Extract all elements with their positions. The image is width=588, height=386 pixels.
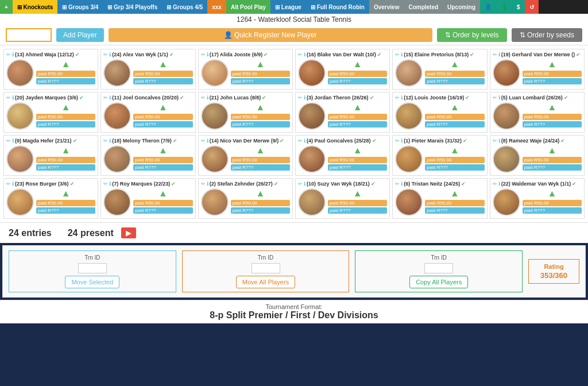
info-icon[interactable]: ℹ (109, 181, 111, 187)
edit-icon[interactable]: ✏ (6, 52, 11, 57)
check-icon: ✔ (370, 95, 374, 101)
edit-icon[interactable]: ✏ (395, 52, 400, 57)
top-navigation: + ⊞ Knockouts ⊞ Groups 3/4 ⊞ Grp 3/4 Pla… (0, 0, 588, 14)
edit-icon[interactable]: ✏ (6, 95, 11, 101)
payment2: paid R??? (523, 164, 582, 171)
presence-icon: ▲ (328, 145, 387, 156)
info-icon[interactable]: ℹ (207, 52, 208, 57)
nav-refresh-btn[interactable]: ↺ (525, 0, 539, 14)
info-icon[interactable]: ℹ (109, 138, 111, 144)
nav-add-btn[interactable]: + (0, 0, 13, 14)
nav-grp34playoffs-btn[interactable]: ⊞ Grp 3/4 Playoffs (103, 0, 162, 14)
format-label: Tournament Format: (3, 303, 585, 310)
nav-league-btn[interactable]: ⊞ League (270, 0, 306, 14)
action-bar: Add Player 👤 Quick Register New Player ⇅… (0, 25, 588, 45)
edit-icon[interactable]: ✏ (201, 138, 206, 144)
info-icon[interactable]: ℹ (498, 181, 500, 187)
edit-icon[interactable]: ✏ (6, 181, 11, 187)
edit-icon[interactable]: ✏ (298, 138, 303, 144)
nav-completed-btn[interactable]: Completed (404, 0, 443, 14)
info-icon[interactable]: ℹ (304, 52, 305, 57)
payment1: paid R50.00 (231, 71, 290, 77)
info-icon[interactable]: ℹ (207, 138, 208, 144)
player-name: (1) Pieter Marais (31/32) (404, 138, 462, 144)
edit-icon[interactable]: ✏ (395, 95, 400, 101)
order-by-levels-button[interactable]: ⇅ Order by levels (437, 28, 507, 42)
nav-altpool-btn[interactable]: Alt Pool Play (226, 0, 270, 14)
add-player-input[interactable] (6, 28, 52, 42)
player-name: (7) Roy Marques (22/23) (112, 181, 170, 187)
nav-money-btn[interactable]: 💲 (496, 0, 512, 14)
edit-icon[interactable]: ✏ (103, 95, 108, 101)
edit-icon[interactable]: ✏ (493, 138, 497, 144)
info-icon[interactable]: ℹ (12, 52, 14, 57)
info-icon[interactable]: ℹ (109, 95, 111, 101)
presence-icon: ▲ (133, 188, 192, 199)
edit-icon[interactable]: ✏ (298, 95, 303, 101)
edit-icon[interactable]: ✏ (395, 181, 400, 187)
quick-register-button[interactable]: 👤 Quick Register New Player (109, 28, 432, 42)
info-icon[interactable]: ℹ (498, 52, 500, 57)
nav-upcoming-btn[interactable]: Upcoming (443, 0, 480, 14)
info-icon[interactable]: ℹ (207, 181, 208, 187)
player-name: (2) Stefan Zehnder (26/27) (210, 181, 273, 187)
nav-xxx-btn[interactable]: xxx (207, 0, 226, 14)
add-player-button[interactable]: Add Player (56, 28, 104, 42)
info-icon[interactable]: ℹ (401, 138, 403, 144)
edit-icon[interactable]: ✏ (493, 95, 497, 101)
payment1: paid R50.00 (523, 157, 582, 163)
nav-overview-btn[interactable]: Overview (369, 0, 404, 14)
payment2: paid R??? (133, 121, 192, 128)
edit-icon[interactable]: ✏ (395, 138, 400, 144)
edit-icon[interactable]: ✏ (201, 95, 206, 101)
info-icon[interactable]: ℹ (304, 95, 305, 101)
nav-knockouts-btn[interactable]: ⊞ Knockouts (13, 0, 57, 14)
nav-people-btn[interactable]: 👤 (480, 0, 496, 14)
edit-icon[interactable]: ✏ (103, 52, 108, 57)
info-icon[interactable]: ℹ (401, 52, 403, 57)
presence-icon: ▲ (133, 145, 192, 156)
check-icon: ✔ (171, 181, 176, 187)
nav-groups45-btn[interactable]: ⊞ Groups 4/5 (162, 0, 207, 14)
payment2: paid R??? (231, 207, 290, 214)
edit-icon[interactable]: ✏ (493, 52, 497, 57)
info-icon[interactable]: ℹ (498, 95, 500, 101)
info-icon[interactable]: ℹ (304, 138, 305, 144)
edit-icon[interactable]: ✏ (201, 181, 206, 187)
info-icon[interactable]: ℹ (304, 181, 305, 187)
trn-id-input-3[interactable] (424, 263, 453, 273)
info-icon[interactable]: ℹ (12, 181, 14, 187)
edit-icon[interactable]: ✏ (103, 181, 108, 187)
info-icon[interactable]: ℹ (207, 95, 208, 101)
presence-icon: ▲ (425, 59, 484, 70)
info-icon[interactable]: ℹ (498, 138, 500, 144)
info-icon[interactable]: ℹ (401, 181, 403, 187)
info-icon[interactable]: ℹ (401, 95, 403, 101)
payment2: paid R??? (36, 164, 95, 171)
trn-id-label-2: Trn ID (258, 254, 273, 261)
presence-icon: ▲ (523, 145, 582, 156)
trn-id-input-1[interactable] (78, 263, 107, 273)
nav-fullround-btn[interactable]: ⊞ Full Round Robin (306, 0, 369, 14)
present-button[interactable]: ▶ (121, 227, 136, 238)
copy-all-button[interactable]: Copy All Players (409, 276, 468, 288)
order-by-seeds-button[interactable]: ⇅ Order by seeds (512, 28, 582, 42)
edit-icon[interactable]: ✏ (6, 138, 11, 144)
edit-icon[interactable]: ✏ (201, 52, 206, 57)
edit-icon[interactable]: ✏ (493, 181, 497, 187)
nav-dollar-btn[interactable]: $ (512, 0, 525, 14)
edit-icon[interactable]: ✏ (298, 52, 303, 57)
edit-icon[interactable]: ✏ (298, 181, 303, 187)
payment1: paid R50.00 (36, 157, 95, 163)
stats-area: 24 entries24 present▶ (0, 222, 588, 243)
nav-groups34-btn[interactable]: ⊞ Groups 3/4 (57, 0, 103, 14)
edit-icon[interactable]: ✏ (103, 138, 108, 144)
info-icon[interactable]: ℹ (12, 138, 14, 144)
player-avatar (298, 102, 326, 130)
move-selected-button[interactable]: Move Selected (65, 276, 119, 288)
trn-id-input-2[interactable] (252, 263, 280, 273)
info-icon[interactable]: ℹ (12, 95, 14, 101)
move-all-button[interactable]: Move All Players (236, 276, 295, 288)
check-icon: ✔ (75, 52, 80, 57)
info-icon[interactable]: ℹ (109, 52, 111, 57)
